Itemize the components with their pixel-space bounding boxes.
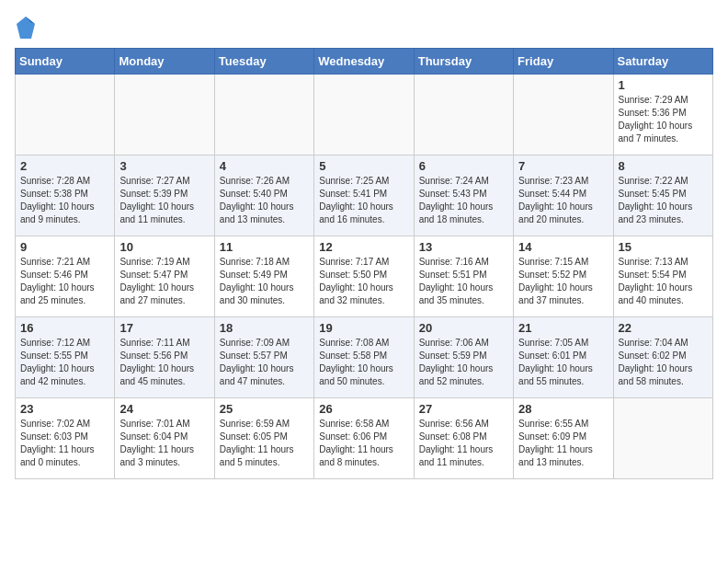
calendar-week-row: 9Sunrise: 7:21 AM Sunset: 5:46 PM Daylig… xyxy=(16,236,713,317)
logo-icon xyxy=(15,15,37,40)
calendar-cell xyxy=(115,75,214,155)
day-number: 22 xyxy=(619,321,708,335)
calendar-cell: 11Sunrise: 7:18 AM Sunset: 5:49 PM Dayli… xyxy=(214,236,313,317)
calendar-cell: 16Sunrise: 7:12 AM Sunset: 5:55 PM Dayli… xyxy=(16,317,115,398)
calendar-cell: 9Sunrise: 7:21 AM Sunset: 5:46 PM Daylig… xyxy=(16,236,115,317)
day-info: Sunrise: 7:01 AM Sunset: 6:04 PM Dayligh… xyxy=(119,418,209,469)
column-header-saturday: Saturday xyxy=(613,49,712,75)
calendar-cell: 23Sunrise: 7:02 AM Sunset: 6:03 PM Dayli… xyxy=(16,398,115,479)
logo xyxy=(15,15,39,40)
day-info: Sunrise: 6:56 AM Sunset: 6:08 PM Dayligh… xyxy=(419,418,508,469)
calendar-cell: 12Sunrise: 7:17 AM Sunset: 5:50 PM Dayli… xyxy=(314,236,414,317)
calendar-cell: 4Sunrise: 7:26 AM Sunset: 5:40 PM Daylig… xyxy=(214,155,313,236)
day-number: 13 xyxy=(419,240,508,254)
day-number: 23 xyxy=(20,402,109,416)
day-number: 9 xyxy=(20,240,109,254)
column-header-thursday: Thursday xyxy=(414,49,513,75)
calendar-cell: 22Sunrise: 7:04 AM Sunset: 6:02 PM Dayli… xyxy=(613,317,712,398)
day-number: 5 xyxy=(319,159,408,173)
calendar-cell: 14Sunrise: 7:15 AM Sunset: 5:52 PM Dayli… xyxy=(514,236,613,317)
day-number: 18 xyxy=(220,321,309,335)
day-info: Sunrise: 6:58 AM Sunset: 6:06 PM Dayligh… xyxy=(319,418,408,469)
calendar-cell: 1Sunrise: 7:29 AM Sunset: 5:36 PM Daylig… xyxy=(613,75,712,155)
calendar-table: SundayMondayTuesdayWednesdayThursdayFrid… xyxy=(15,48,713,479)
calendar-cell: 26Sunrise: 6:58 AM Sunset: 6:06 PM Dayli… xyxy=(314,398,414,479)
calendar-cell: 10Sunrise: 7:19 AM Sunset: 5:47 PM Dayli… xyxy=(115,236,214,317)
day-info: Sunrise: 7:04 AM Sunset: 6:02 PM Dayligh… xyxy=(619,337,708,388)
day-info: Sunrise: 7:25 AM Sunset: 5:41 PM Dayligh… xyxy=(319,175,408,226)
calendar-cell: 18Sunrise: 7:09 AM Sunset: 5:57 PM Dayli… xyxy=(214,317,313,398)
day-number: 4 xyxy=(220,159,309,173)
day-info: Sunrise: 7:24 AM Sunset: 5:43 PM Dayligh… xyxy=(419,175,508,226)
calendar-week-row: 1Sunrise: 7:29 AM Sunset: 5:36 PM Daylig… xyxy=(16,75,713,155)
day-info: Sunrise: 7:11 AM Sunset: 5:56 PM Dayligh… xyxy=(119,337,209,388)
calendar-cell xyxy=(414,75,513,155)
day-number: 16 xyxy=(20,321,109,335)
day-info: Sunrise: 6:55 AM Sunset: 6:09 PM Dayligh… xyxy=(518,418,608,469)
calendar-cell xyxy=(16,75,115,155)
day-number: 25 xyxy=(220,402,309,416)
day-info: Sunrise: 7:28 AM Sunset: 5:38 PM Dayligh… xyxy=(20,175,109,226)
calendar-cell: 24Sunrise: 7:01 AM Sunset: 6:04 PM Dayli… xyxy=(115,398,214,479)
day-number: 28 xyxy=(518,402,608,416)
calendar-cell: 20Sunrise: 7:06 AM Sunset: 5:59 PM Dayli… xyxy=(414,317,513,398)
day-number: 11 xyxy=(220,240,309,254)
column-header-monday: Monday xyxy=(115,49,214,75)
day-info: Sunrise: 7:12 AM Sunset: 5:55 PM Dayligh… xyxy=(20,337,109,388)
day-number: 10 xyxy=(119,240,209,254)
day-info: Sunrise: 7:18 AM Sunset: 5:49 PM Dayligh… xyxy=(220,256,309,307)
calendar-week-row: 2Sunrise: 7:28 AM Sunset: 5:38 PM Daylig… xyxy=(16,155,713,236)
calendar-cell: 27Sunrise: 6:56 AM Sunset: 6:08 PM Dayli… xyxy=(414,398,513,479)
day-info: Sunrise: 7:26 AM Sunset: 5:40 PM Dayligh… xyxy=(220,175,309,226)
calendar-cell: 5Sunrise: 7:25 AM Sunset: 5:41 PM Daylig… xyxy=(314,155,414,236)
calendar-cell: 17Sunrise: 7:11 AM Sunset: 5:56 PM Dayli… xyxy=(115,317,214,398)
day-number: 21 xyxy=(518,321,608,335)
calendar-cell: 19Sunrise: 7:08 AM Sunset: 5:58 PM Dayli… xyxy=(314,317,414,398)
day-number: 3 xyxy=(119,159,209,173)
day-info: Sunrise: 7:29 AM Sunset: 5:36 PM Dayligh… xyxy=(619,94,708,145)
calendar-week-row: 23Sunrise: 7:02 AM Sunset: 6:03 PM Dayli… xyxy=(16,398,713,479)
day-number: 24 xyxy=(119,402,209,416)
calendar-cell: 25Sunrise: 6:59 AM Sunset: 6:05 PM Dayli… xyxy=(214,398,313,479)
page-header xyxy=(15,15,713,40)
day-number: 27 xyxy=(419,402,508,416)
day-info: Sunrise: 6:59 AM Sunset: 6:05 PM Dayligh… xyxy=(220,418,309,469)
day-number: 15 xyxy=(619,240,708,254)
day-info: Sunrise: 7:02 AM Sunset: 6:03 PM Dayligh… xyxy=(20,418,109,469)
column-header-friday: Friday xyxy=(514,49,613,75)
day-number: 20 xyxy=(419,321,508,335)
day-info: Sunrise: 7:15 AM Sunset: 5:52 PM Dayligh… xyxy=(518,256,608,307)
day-info: Sunrise: 7:27 AM Sunset: 5:39 PM Dayligh… xyxy=(119,175,209,226)
day-info: Sunrise: 7:08 AM Sunset: 5:58 PM Dayligh… xyxy=(319,337,408,388)
column-header-tuesday: Tuesday xyxy=(214,49,313,75)
calendar-cell xyxy=(214,75,313,155)
calendar-cell xyxy=(613,398,712,479)
column-header-wednesday: Wednesday xyxy=(314,49,414,75)
day-info: Sunrise: 7:16 AM Sunset: 5:51 PM Dayligh… xyxy=(419,256,508,307)
calendar-cell: 7Sunrise: 7:23 AM Sunset: 5:44 PM Daylig… xyxy=(514,155,613,236)
day-info: Sunrise: 7:23 AM Sunset: 5:44 PM Dayligh… xyxy=(518,175,608,226)
day-info: Sunrise: 7:21 AM Sunset: 5:46 PM Dayligh… xyxy=(20,256,109,307)
svg-marker-0 xyxy=(17,17,35,39)
day-number: 26 xyxy=(319,402,408,416)
calendar-cell: 15Sunrise: 7:13 AM Sunset: 5:54 PM Dayli… xyxy=(613,236,712,317)
day-number: 19 xyxy=(319,321,408,335)
calendar-cell: 21Sunrise: 7:05 AM Sunset: 6:01 PM Dayli… xyxy=(514,317,613,398)
calendar-cell: 6Sunrise: 7:24 AM Sunset: 5:43 PM Daylig… xyxy=(414,155,513,236)
column-header-sunday: Sunday xyxy=(16,49,115,75)
day-info: Sunrise: 7:06 AM Sunset: 5:59 PM Dayligh… xyxy=(419,337,508,388)
day-info: Sunrise: 7:13 AM Sunset: 5:54 PM Dayligh… xyxy=(619,256,708,307)
calendar-week-row: 16Sunrise: 7:12 AM Sunset: 5:55 PM Dayli… xyxy=(16,317,713,398)
day-info: Sunrise: 7:17 AM Sunset: 5:50 PM Dayligh… xyxy=(319,256,408,307)
calendar-cell: 28Sunrise: 6:55 AM Sunset: 6:09 PM Dayli… xyxy=(514,398,613,479)
calendar-cell: 8Sunrise: 7:22 AM Sunset: 5:45 PM Daylig… xyxy=(613,155,712,236)
day-number: 2 xyxy=(20,159,109,173)
day-number: 1 xyxy=(619,78,708,92)
day-number: 8 xyxy=(619,159,708,173)
calendar-cell: 2Sunrise: 7:28 AM Sunset: 5:38 PM Daylig… xyxy=(16,155,115,236)
day-info: Sunrise: 7:19 AM Sunset: 5:47 PM Dayligh… xyxy=(119,256,209,307)
calendar-cell xyxy=(514,75,613,155)
calendar-cell: 13Sunrise: 7:16 AM Sunset: 5:51 PM Dayli… xyxy=(414,236,513,317)
day-number: 12 xyxy=(319,240,408,254)
calendar-header-row: SundayMondayTuesdayWednesdayThursdayFrid… xyxy=(16,49,713,75)
